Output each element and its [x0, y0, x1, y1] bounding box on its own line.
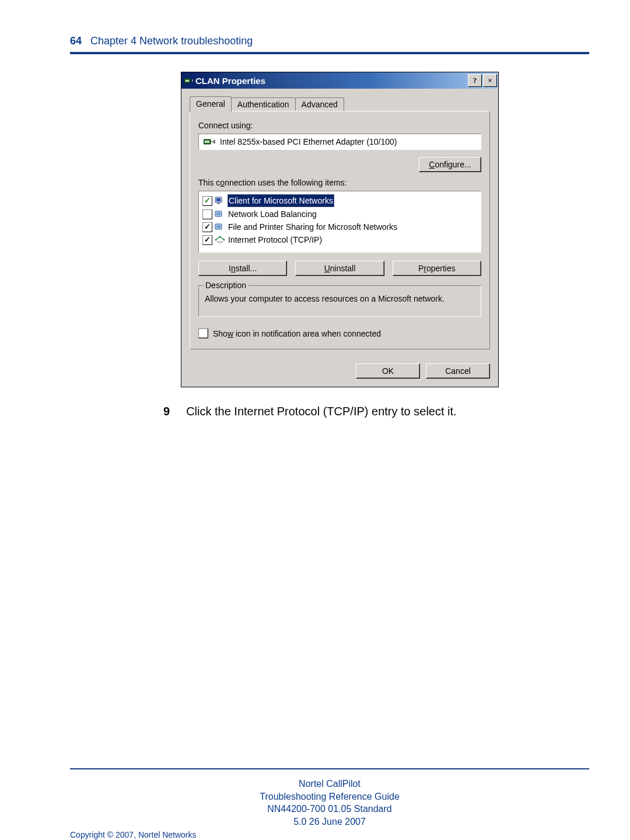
adapter-field: Intel 8255x-based PCI Ethernet Adapter (…: [198, 134, 481, 150]
chapter-title: Chapter 4 Network troubleshooting: [90, 35, 253, 47]
description-text: Allows your computer to access resources…: [205, 294, 475, 303]
svg-rect-1: [186, 80, 189, 82]
show-icon-row[interactable]: Show icon in notification area when conn…: [198, 328, 481, 338]
uninstall-button[interactable]: Uninstall: [295, 261, 384, 276]
show-icon-checkbox[interactable]: [198, 328, 208, 338]
tab-general[interactable]: General: [190, 96, 232, 112]
list-item[interactable]: Client for Microsoft Networks: [201, 194, 478, 208]
list-item-label: Network Load Balancing: [228, 208, 317, 220]
svg-rect-7: [214, 140, 215, 144]
footer-line-1: Nortel CallPilot: [70, 778, 589, 790]
service-icon: [215, 222, 225, 232]
svg-rect-3: [192, 79, 193, 82]
clan-properties-dialog: CLAN Properties ? × General Authenticati…: [181, 72, 499, 387]
protocol-icon: [215, 235, 225, 244]
list-item-label: File and Printer Sharing for Microsoft N…: [228, 221, 398, 233]
configure-button[interactable]: Configure...: [419, 157, 481, 172]
checkbox-checked-icon[interactable]: [202, 196, 212, 206]
network-adapter-icon: [184, 76, 193, 85]
footer-divider: [70, 768, 589, 769]
connect-using-label: Connect using:: [198, 121, 481, 130]
help-button[interactable]: ?: [468, 74, 482, 87]
list-item[interactable]: Internet Protocol (TCP/IP): [201, 233, 478, 246]
svg-rect-14: [216, 225, 220, 228]
page-number: 64: [70, 35, 82, 47]
svg-point-17: [223, 239, 225, 240]
document-footer: Nortel CallPilot Troubleshooting Referen…: [70, 778, 589, 828]
footer-line-2: Troubleshooting Reference Guide: [70, 790, 589, 803]
description-title: Description: [204, 281, 248, 290]
ok-button[interactable]: OK: [356, 363, 420, 379]
description-groupbox: Description Allows your computer to acce…: [198, 285, 481, 317]
checkbox-checked-icon[interactable]: [202, 235, 212, 245]
list-item-label: Client for Microsoft Networks: [228, 194, 334, 207]
connection-items-listbox[interactable]: Client for Microsoft Networks Network Lo…: [198, 191, 481, 253]
list-item-label: Internet Protocol (TCP/IP): [228, 234, 323, 246]
list-item[interactable]: File and Printer Sharing for Microsoft N…: [201, 220, 478, 233]
items-label: This connection uses the following items…: [198, 178, 481, 187]
list-item[interactable]: Network Load Balancing: [201, 208, 478, 220]
checkbox-unchecked-icon[interactable]: [202, 209, 212, 219]
footer-line-3: NN44200-700 01.05 Standard: [70, 803, 589, 816]
cancel-button[interactable]: Cancel: [426, 363, 490, 379]
svg-rect-5: [205, 141, 209, 143]
tab-authentication[interactable]: Authentication: [231, 97, 296, 111]
tab-advanced[interactable]: Advanced: [295, 97, 344, 111]
header-divider: [70, 52, 589, 54]
svg-rect-9: [216, 198, 220, 201]
svg-point-15: [215, 239, 216, 240]
copyright-text: Copyright © 2007, Nortel Networks: [70, 830, 589, 839]
svg-point-16: [219, 236, 220, 237]
dialog-titlebar[interactable]: CLAN Properties ? ×: [181, 72, 498, 89]
page-header: 64 Chapter 4 Network troubleshooting: [70, 35, 589, 47]
properties-button[interactable]: Properties: [393, 261, 481, 276]
instruction-step: 9 Click the Internet Protocol (TCP/IP) e…: [163, 405, 589, 418]
svg-rect-12: [216, 212, 220, 215]
footer-line-4: 5.0 26 June 2007: [70, 816, 589, 828]
show-icon-label: Show icon in notification area when conn…: [213, 329, 381, 338]
adapter-icon: [204, 137, 215, 146]
client-icon: [215, 196, 225, 205]
service-icon: [215, 209, 225, 219]
instruction-text: Click the Internet Protocol (TCP/IP) ent…: [186, 405, 457, 418]
dialog-title: CLAN Properties: [195, 76, 265, 86]
tab-panel-general: Connect using: Intel 8255x-based PCI Eth…: [190, 111, 490, 349]
svg-rect-10: [217, 203, 220, 204]
adapter-name: Intel 8255x-based PCI Ethernet Adapter (…: [220, 137, 397, 146]
instruction-number: 9: [163, 405, 170, 418]
close-button[interactable]: ×: [483, 74, 497, 87]
tab-strip: General Authentication Advanced: [190, 96, 490, 111]
checkbox-checked-icon[interactable]: [202, 222, 212, 232]
install-button[interactable]: Install...: [198, 261, 287, 276]
